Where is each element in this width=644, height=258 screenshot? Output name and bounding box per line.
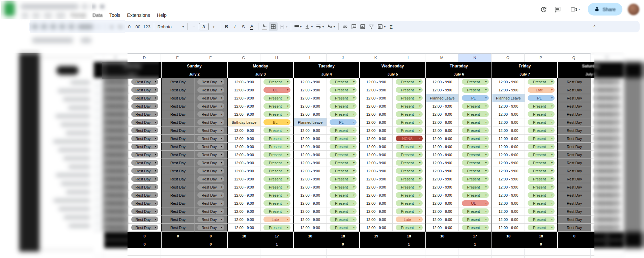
- column-header-O[interactable]: O: [492, 53, 525, 62]
- status-cell[interactable]: Present▾: [458, 78, 492, 86]
- rest-day-dropdown[interactable]: Rest Day▾: [594, 87, 621, 93]
- column-header-I[interactable]: I: [293, 53, 327, 62]
- shift-time-cell[interactable]: 12:00 - 9:00: [492, 191, 525, 199]
- status-cell[interactable]: Present▾: [260, 207, 293, 216]
- summary-cell[interactable]: [293, 240, 327, 248]
- shift-time-cell[interactable]: 12:00 - 9:00: [227, 159, 260, 167]
- status-dropdown[interactable]: Present▾: [330, 127, 357, 133]
- status-cell[interactable]: Present▾: [392, 224, 425, 232]
- status-dropdown[interactable]: Present▾: [396, 79, 423, 85]
- status-dropdown[interactable]: PL▾: [330, 119, 357, 125]
- rest-day-cell[interactable]: Rest Day: [104, 159, 128, 167]
- rest-day-dropdown[interactable]: Rest Day▾: [197, 95, 224, 101]
- status-dropdown[interactable]: Present▾: [263, 176, 290, 182]
- rest-day-cell[interactable]: Rest Day: [104, 118, 128, 126]
- shift-time-cell[interactable]: 12:00 - 9:00: [425, 159, 458, 167]
- status-dropdown[interactable]: Present▾: [396, 95, 423, 101]
- status-dropdown[interactable]: Present▾: [263, 152, 290, 157]
- status-cell[interactable]: Present▾: [392, 175, 425, 183]
- status-cell[interactable]: Present▾: [525, 118, 557, 126]
- rest-day-dropdown[interactable]: Rest Day▾: [131, 136, 158, 141]
- shift-time-cell[interactable]: 12:00 - 9:00: [359, 191, 392, 199]
- shift-time-cell[interactable]: 12:00 - 9:00: [293, 199, 327, 207]
- shift-time-cell[interactable]: 12:00 - 9:00: [492, 102, 525, 110]
- summary-cell[interactable]: 0: [327, 240, 359, 248]
- empty-cell[interactable]: [104, 248, 128, 256]
- rest-day-cell[interactable]: Rest Day▾: [591, 110, 623, 118]
- redo-icon[interactable]: [51, 24, 56, 29]
- status-cell[interactable]: Present▾: [392, 78, 425, 86]
- status-cell[interactable]: Present▾: [458, 86, 492, 94]
- status-dropdown[interactable]: Present▾: [528, 144, 555, 149]
- rest-day-cell[interactable]: Rest Day: [161, 118, 194, 126]
- rest-day-dropdown[interactable]: Rest Day▾: [197, 217, 224, 222]
- shift-time-cell[interactable]: 12:00 - 9:00: [359, 135, 392, 143]
- summary-cell[interactable]: 1: [260, 240, 293, 248]
- rest-day-cell[interactable]: Rest Day: [557, 159, 591, 167]
- empty-cell[interactable]: [425, 256, 458, 258]
- rest-day-cell[interactable]: Rest Day▾: [591, 151, 623, 159]
- row-header[interactable]: [94, 183, 104, 191]
- shift-time-cell[interactable]: 12:00 - 9:00: [359, 167, 392, 175]
- rest-day-cell[interactable]: Rest Day: [161, 199, 194, 207]
- status-cell[interactable]: Present▾: [525, 151, 557, 159]
- status-cell[interactable]: Present▾: [260, 224, 293, 232]
- status-dropdown[interactable]: Present▾: [330, 111, 357, 117]
- status-dropdown[interactable]: Present▾: [528, 103, 555, 109]
- status-cell[interactable]: UL▾: [260, 86, 293, 94]
- day-header-cell[interactable]: Monday: [227, 62, 293, 70]
- status-dropdown[interactable]: Present▾: [396, 200, 423, 206]
- status-cell[interactable]: Present▾: [260, 135, 293, 143]
- status-cell[interactable]: Present▾: [525, 110, 557, 118]
- status-dropdown[interactable]: Late▾: [396, 217, 423, 222]
- rest-day-dropdown[interactable]: Rest Day▾: [594, 160, 621, 166]
- day-header-cell[interactable]: Thursday: [425, 62, 492, 70]
- decrease-font-size-button[interactable]: −: [190, 22, 198, 31]
- status-cell[interactable]: UL▾: [458, 199, 492, 207]
- status-dropdown[interactable]: Present▾: [462, 152, 489, 157]
- leave-cell[interactable]: Planned Leave: [293, 118, 327, 126]
- row-header[interactable]: [94, 256, 104, 258]
- summary-cell[interactable]: 0: [591, 232, 623, 240]
- column-header-D[interactable]: D: [128, 53, 161, 62]
- column-header-P[interactable]: P: [525, 53, 557, 62]
- shift-time-cell[interactable]: 12:00 - 9:00: [425, 167, 458, 175]
- rest-day-dropdown[interactable]: Rest Day▾: [594, 144, 621, 149]
- shift-time-cell[interactable]: 12:00 - 9:00: [359, 126, 392, 135]
- shift-time-cell[interactable]: 12:00 - 9:00: [359, 118, 392, 126]
- empty-cell[interactable]: [293, 256, 327, 258]
- rest-day-dropdown[interactable]: Rest Day▾: [131, 160, 158, 166]
- rest-day-cell[interactable]: Rest Day: [557, 118, 591, 126]
- shift-time-cell[interactable]: 12:00 - 9:00: [227, 183, 260, 191]
- empty-cell[interactable]: [327, 248, 359, 256]
- shift-time-cell[interactable]: 12:00 - 9:00: [359, 159, 392, 167]
- rest-day-dropdown[interactable]: Rest Day▾: [131, 144, 158, 149]
- rest-day-cell[interactable]: Rest Day▾: [194, 94, 227, 102]
- row-header[interactable]: [94, 175, 104, 183]
- status-cell[interactable]: Present▾: [327, 102, 359, 110]
- status-cell[interactable]: Present▾: [260, 126, 293, 135]
- rest-day-dropdown[interactable]: Rest Day▾: [594, 119, 621, 125]
- shift-time-cell[interactable]: 12:00 - 9:00: [359, 183, 392, 191]
- status-dropdown[interactable]: Present▾: [263, 103, 290, 109]
- status-cell[interactable]: Present▾: [525, 199, 557, 207]
- summary-cell[interactable]: 17: [458, 232, 492, 240]
- summary-cell[interactable]: 18: [492, 232, 525, 240]
- italic-button[interactable]: I: [231, 22, 239, 31]
- rest-day-cell[interactable]: Rest Day: [161, 94, 194, 102]
- paint-format-icon[interactable]: [69, 24, 74, 29]
- rest-day-cell[interactable]: Rest Day▾: [194, 151, 227, 159]
- rest-day-dropdown[interactable]: Rest Day▾: [131, 95, 158, 101]
- status-cell[interactable]: Present▾: [458, 143, 492, 151]
- status-cell[interactable]: Present▾: [392, 207, 425, 216]
- horizontal-align-button[interactable]: ▾: [293, 22, 303, 31]
- status-dropdown[interactable]: Present▾: [263, 200, 290, 206]
- shift-time-cell[interactable]: 12:00 - 9:00: [227, 224, 260, 232]
- avatar[interactable]: [628, 4, 639, 15]
- status-cell[interactable]: Present▾: [260, 175, 293, 183]
- borders-button[interactable]: [269, 22, 278, 31]
- shift-time-cell[interactable]: 12:00 - 9:00: [492, 167, 525, 175]
- shift-time-cell[interactable]: 12:00 - 9:00: [293, 86, 327, 94]
- rest-day-cell[interactable]: Rest Day▾: [128, 151, 161, 159]
- status-cell[interactable]: Present▾: [260, 78, 293, 86]
